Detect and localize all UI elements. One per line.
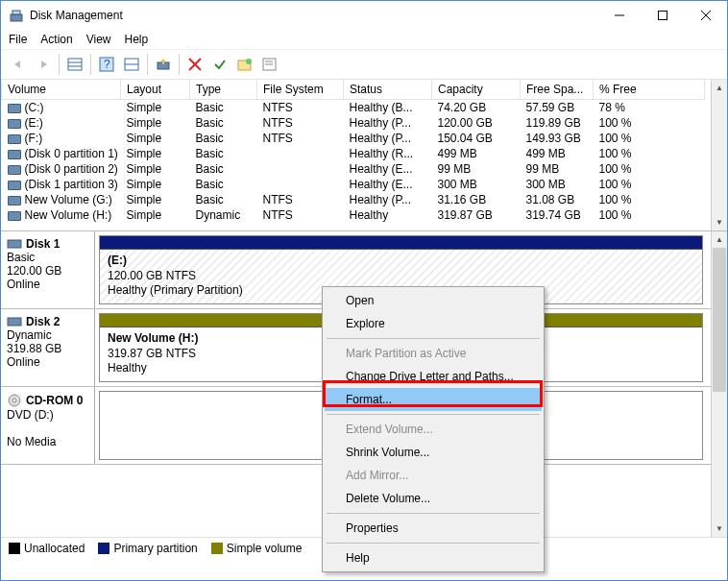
disk-header[interactable]: Disk 2 Dynamic 319.88 GB Online [1,309,95,386]
maximize-button[interactable] [641,1,684,30]
minimize-button[interactable] [597,1,641,30]
context-menu: OpenExploreMark Partition as ActiveChang… [322,286,545,572]
table-row[interactable]: (E:)SimpleBasicNTFSHealthy (P...120.00 G… [2,115,705,131]
disk-header[interactable]: CD-ROM 0 DVD (D:) No Media [1,387,95,464]
svg-rect-1 [12,11,20,14]
menu-item[interactable]: Change Drive Letter and Paths... [325,365,542,388]
svg-text:?: ? [104,58,110,71]
svg-rect-3 [658,12,667,20]
col-fs[interactable]: File System [257,80,344,100]
menu-item: Extend Volume... [325,418,542,441]
table-row[interactable]: (Disk 0 partition 1)SimpleBasicHealthy (… [2,146,705,161]
scrollbar-thumb[interactable] [713,248,726,392]
legend-item: Primary partition [98,542,197,555]
col-layout[interactable]: Layout [121,80,190,100]
svg-point-17 [246,59,252,64]
col-free[interactable]: Free Spa... [521,80,594,100]
forward-button[interactable] [32,53,55,76]
graphical-scrollbar[interactable]: ▲ ▼ [711,231,727,537]
partition-bar [100,236,702,250]
list-view-icon[interactable] [63,53,86,76]
svg-rect-0 [11,14,22,21]
check-icon[interactable] [208,53,231,76]
volume-icon [8,134,21,144]
help-icon[interactable]: ? [95,53,118,76]
svg-rect-6 [68,59,82,70]
menu-item[interactable]: Help [325,546,542,569]
col-volume[interactable]: Volume [2,80,121,100]
table-row[interactable]: New Volume (H:)SimpleDynamicNTFSHealthy3… [2,207,705,223]
scroll-up-icon[interactable]: ▲ [712,80,727,96]
menu-item[interactable]: Delete Volume... [325,487,542,510]
col-type[interactable]: Type [190,80,257,100]
volume-icon [8,211,21,221]
menu-separator [327,338,540,339]
back-button[interactable] [7,53,30,76]
menu-item: Mark Partition as Active [325,342,542,365]
menu-separator [327,513,540,514]
close-button[interactable] [684,1,727,30]
menu-item[interactable]: Open [325,289,542,312]
svg-point-24 [12,399,16,402]
volume-list: Volume Layout Type File System Status Ca… [1,80,727,231]
volume-icon [8,150,21,159]
col-status[interactable]: Status [344,80,432,100]
scroll-down-icon[interactable]: ▼ [712,520,727,537]
legend-item: Simple volume [211,542,303,555]
delete-icon[interactable] [183,53,206,76]
swatch-primary [98,543,109,554]
scroll-down-icon[interactable]: ▼ [712,214,727,230]
menu-item[interactable]: Format... [325,388,542,411]
col-capacity[interactable]: Capacity [432,80,521,100]
properties-icon[interactable] [258,53,281,76]
table-row[interactable]: (C:)SimpleBasicNTFSHealthy (B...74.20 GB… [2,100,705,116]
table-row[interactable]: (Disk 0 partition 2)SimpleBasicHealthy (… [2,161,705,177]
col-pct[interactable]: % Free [594,80,705,100]
menubar: File Action View Help [1,30,727,49]
table-row[interactable]: New Volume (G:)SimpleBasicNTFSHealthy (P… [2,192,705,207]
menu-separator [327,414,540,415]
disk-header[interactable]: Disk 1 Basic 120.00 GB Online [1,231,95,308]
column-headers[interactable]: Volume Layout Type File System Status Ca… [2,80,705,100]
menu-separator [327,543,540,544]
scroll-up-icon[interactable]: ▲ [712,231,727,248]
new-folder-icon[interactable] [233,53,256,76]
panel-layout-icon[interactable] [120,53,143,76]
volume-icon [8,165,21,175]
disk-icon [7,316,22,327]
menu-view[interactable]: View [86,33,111,46]
volume-icon [8,104,21,113]
disk-icon [7,238,22,250]
table-row[interactable]: (Disk 1 partition 3)SimpleBasicHealthy (… [2,177,705,192]
menu-item[interactable]: Properties [325,517,542,540]
disk-icon [7,393,22,408]
volume-icon [8,119,21,129]
window-title: Disk Management [30,9,597,22]
swatch-simple [211,543,223,554]
toolbar: ? [1,49,727,80]
volume-icon [8,181,21,190]
window-titlebar: Disk Management [1,1,727,30]
menu-help[interactable]: Help [125,33,149,46]
menu-file[interactable]: File [9,33,27,46]
legend-item: Unallocated [9,542,85,555]
menu-item[interactable]: Shrink Volume... [325,441,542,464]
volume-icon [8,196,21,206]
svg-rect-21 [8,240,21,248]
menu-item: Add Mirror... [325,464,542,487]
menu-action[interactable]: Action [40,33,72,46]
table-row[interactable]: (F:)SimpleBasicNTFSHealthy (P...150.04 G… [2,131,705,146]
app-icon [9,8,24,23]
menu-item[interactable]: Explore [325,312,542,335]
swatch-unallocated [9,543,20,554]
svg-rect-22 [8,318,21,326]
volume-scrollbar[interactable]: ▲ ▼ [711,80,727,230]
refresh-icon[interactable] [152,53,175,76]
